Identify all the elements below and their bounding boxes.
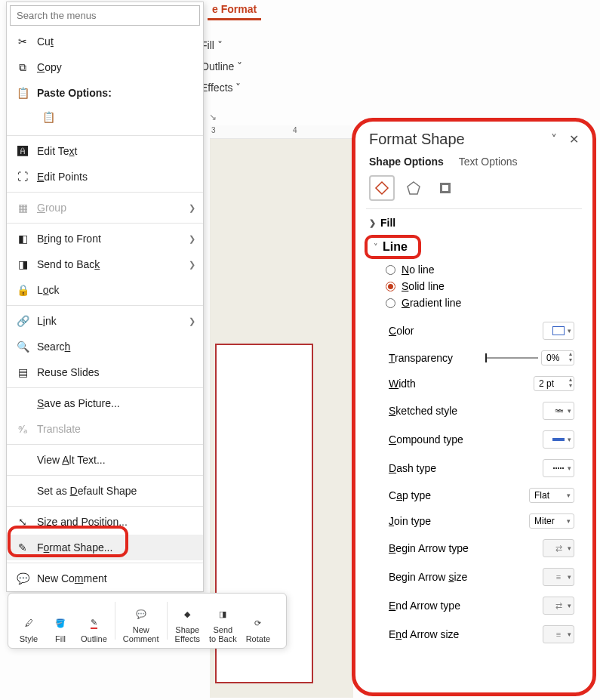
prop-width: Width 2 pt▴▾ [355,371,592,396]
menu-reuse-slides[interactable]: ▤ Reuse Slides [7,359,203,385]
mini-send-to-back[interactable]: ◨ Send to Back [205,597,242,645]
size-properties-category-icon[interactable] [432,175,458,201]
menu-set-default-shape[interactable]: Set as Default Shape [7,478,203,504]
color-picker[interactable]: ▾ [543,322,574,340]
menu-view-alt-text[interactable]: View Alt Text... [7,447,203,473]
prop-begin-arrow-type: Begin Arrow type ⇄▾ [355,534,592,563]
chevron-right-icon: ❯ [189,234,195,244]
comment-icon: 💬 [14,572,31,585]
tab-text-options[interactable]: Text Options [459,156,518,168]
ribbon-tab-shape-format[interactable]: e Format [208,0,261,20]
menu-separator [7,192,203,193]
section-fill[interactable]: ❯ Fill [355,209,592,232]
effects-category-icon[interactable] [401,175,426,201]
end-arrow-size-picker[interactable]: ≡▾ [543,625,574,643]
chevron-right-icon: ❯ [369,218,376,228]
mini-new-comment[interactable]: 💬 New Comment [118,597,164,645]
menu-size-and-position[interactable]: ⤡ Size and Position... [7,509,203,535]
outline-pen-icon: ✎ [84,613,103,633]
pane-options-chevron-icon[interactable]: ˅ [551,132,557,146]
blank-icon [14,484,31,498]
section-line[interactable]: ˅ Line [365,235,421,259]
mini-rotate[interactable]: ⟳ Rotate [242,597,275,645]
prop-compound-type: Compound type ▾ [355,425,592,454]
mini-fill[interactable]: 🪣 Fill [45,597,76,645]
transparency-spinner[interactable]: 0%▴▾ [541,350,574,365]
menu-link[interactable]: 🔗 Link ❯ [7,308,203,334]
menu-separator [7,387,203,388]
prop-cap-type: Cap type Flat▾ [355,483,592,508]
svg-marker-0 [376,182,388,194]
horizontal-ruler [210,125,353,139]
shape-fill-dropdown[interactable]: Fill ˅ [201,39,242,51]
mini-outline[interactable]: ✎ Outline [76,597,112,645]
copy-icon: ⧉ [14,60,31,74]
ribbon-shape-styles-group: Fill ˅ Outline ˅ Effects ˅ [201,39,242,103]
chevron-right-icon: ❯ [189,203,195,213]
radio-icon [386,298,395,308]
pane-close-icon[interactable]: ✕ [569,132,579,146]
menu-cut[interactable]: ✂ Cut [7,29,203,54]
prop-transparency: Transparency 0%▴▾ [355,345,592,371]
menu-edit-points[interactable]: ⛶ Edit Points [7,164,203,190]
toolbar-separator [167,602,168,640]
prop-join-type: Join type Miter▾ [355,508,592,534]
send-back-icon: ◨ [213,604,232,624]
color-swatch-icon [552,326,565,335]
join-type-select[interactable]: Miter▾ [529,513,574,529]
menu-new-comment[interactable]: 💬 New Comment [7,566,203,591]
size-position-icon: ⤡ [14,515,31,529]
group-icon: ▦ [14,201,31,214]
width-spinner[interactable]: 2 pt▴▾ [534,376,574,391]
radio-solid-line[interactable]: Solid line [355,277,592,294]
shape-outline-dropdown[interactable]: Outline ˅ [201,60,242,72]
menu-paste-options: 📋 Paste Options: [7,80,203,106]
menu-format-shape[interactable]: ✎ Format Shape... [7,535,203,560]
chevron-right-icon: ❯ [189,260,195,270]
fill-line-category-icon[interactable] [369,175,395,201]
tab-shape-options[interactable]: Shape Options [369,156,444,168]
menu-copy[interactable]: ⧉ Copy [7,54,203,80]
link-icon: 🔗 [14,314,31,328]
reuse-slides-icon: ▤ [14,365,31,379]
end-arrow-type-picker[interactable]: ⇄▾ [543,597,574,615]
search-icon: 🔍 [14,340,31,353]
edit-text-icon: 🅰 [14,144,31,158]
menu-bring-to-front[interactable]: ◧ Bring to Front ❯ [7,226,203,251]
menu-edit-text[interactable]: 🅰 Edit Text [7,138,203,164]
paste-keep-source-icon[interactable]: 📋 [37,106,60,128]
dialog-launcher-icon[interactable]: ↘ [209,112,217,122]
menu-separator [7,475,203,476]
rotate-icon: ⟳ [248,613,268,633]
ruler-mark: 4 [293,126,297,134]
menu-lock[interactable]: 🔒 Lock [7,277,203,303]
radio-gradient-line[interactable]: Gradient line [355,294,592,310]
menu-search-input[interactable] [10,5,200,26]
translate-icon: ᵃ⁄ₐ [14,422,31,436]
svg-marker-1 [408,182,420,194]
shape-effects-dropdown[interactable]: Effects ˅ [201,82,242,94]
mini-style[interactable]: 🖊 Style [13,597,45,645]
cap-type-select[interactable]: Flat▾ [529,488,574,503]
mini-shape-effects[interactable]: ◆ Shape Effects [171,597,205,645]
menu-search[interactable]: 🔍 Search [7,334,203,359]
begin-arrow-size-picker[interactable]: ≡▾ [543,568,574,586]
menu-separator [7,506,203,507]
compound-type-picker[interactable]: ▾ [543,430,574,449]
menu-send-to-back[interactable]: ◨ Send to Back ❯ [7,251,203,277]
new-comment-icon: 💬 [131,604,151,624]
radio-icon [386,282,395,291]
sketched-style-picker[interactable]: ≈≈▾ [543,402,574,420]
clipboard-icon: 📋 [14,86,31,100]
edit-points-icon: ⛶ [14,170,31,183]
radio-icon [386,265,395,275]
dash-type-picker[interactable]: ▾ [543,459,574,477]
prop-end-arrow-size: End Arrow size ≡▾ [355,620,592,649]
menu-save-as-picture[interactable]: Save as Picture... [7,390,203,416]
transparency-slider[interactable] [485,357,538,359]
begin-arrow-type-picker[interactable]: ⇄▾ [543,539,574,557]
scissors-icon: ✂ [14,35,31,48]
radio-no-line[interactable]: No line [355,261,592,277]
menu-separator [7,563,203,563]
menu-group: ▦ Group ❯ [7,195,203,220]
